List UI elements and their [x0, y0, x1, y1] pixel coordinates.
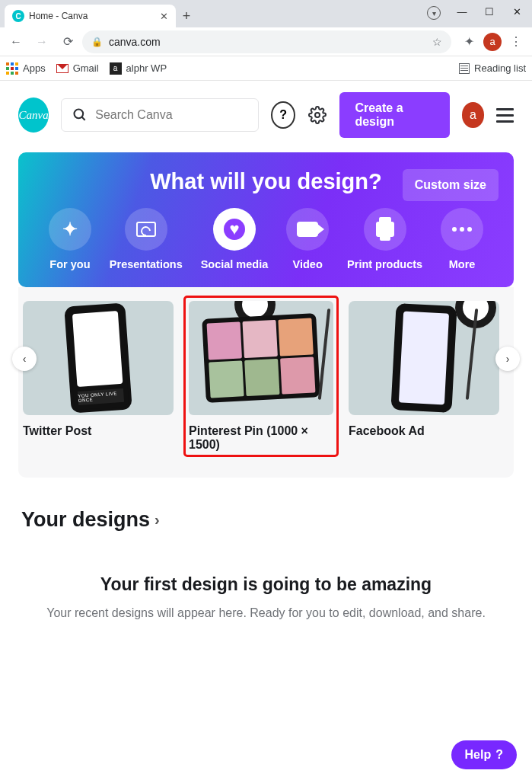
window-controls: — ☐ ✕: [448, 2, 530, 21]
url-text: canva.com: [109, 36, 161, 48]
your-designs-heading[interactable]: Your designs ›: [21, 508, 511, 532]
svg-point-0: [75, 110, 84, 119]
reading-list[interactable]: Reading list: [459, 62, 526, 74]
tab-favicon: [12, 10, 24, 22]
category-row: For you Presentations ♥ Social media Vid…: [18, 200, 514, 287]
template-card-pinterest[interactable]: Pinterest Pin (1000 × 1500): [186, 298, 336, 455]
hero-title: What will you design?: [150, 169, 382, 194]
apps-grid-icon: [6, 62, 18, 75]
profile-guest-icon[interactable]: ▾: [427, 6, 441, 20]
custom-size-button[interactable]: Custom size: [403, 169, 499, 201]
chevron-right-icon: ›: [155, 511, 160, 529]
search-input[interactable]: [95, 108, 247, 122]
template-carousel: ‹ › YOU ONLY LIVE ONCE Twitter Post Pint…: [18, 287, 514, 478]
window-close[interactable]: ✕: [503, 2, 530, 21]
search-icon: [72, 107, 88, 123]
page-content: Canva ? Create a design a What will you …: [0, 81, 532, 622]
category-print[interactable]: Print products: [347, 208, 422, 270]
template-card-facebook[interactable]: Facebook Ad: [349, 301, 499, 438]
window-maximize[interactable]: ☐: [476, 2, 503, 21]
gmail-icon: [56, 64, 68, 73]
template-card-twitter[interactable]: YOU ONLY LIVE ONCE Twitter Post: [23, 301, 174, 438]
reading-list-icon: [459, 63, 470, 74]
browser-tab[interactable]: Home - Canva ✕: [5, 5, 176, 27]
settings-icon[interactable]: [307, 104, 327, 126]
svg-line-1: [82, 117, 85, 120]
category-social-media[interactable]: ♥ Social media: [201, 208, 269, 270]
search-bar[interactable]: [61, 98, 259, 132]
bookmark-alphr[interactable]: a alphr WP: [110, 62, 167, 75]
window-minimize[interactable]: —: [448, 2, 476, 21]
help-icon[interactable]: ?: [271, 101, 295, 129]
forward-button: →: [30, 30, 53, 53]
category-for-you[interactable]: For you: [49, 208, 91, 270]
tab-close-icon[interactable]: ✕: [160, 11, 168, 22]
browser-avatar[interactable]: a: [483, 33, 502, 51]
menu-button[interactable]: [496, 108, 514, 123]
extensions-icon[interactable]: ✦: [457, 30, 480, 53]
browser-menu-icon[interactable]: ⋮: [505, 30, 527, 53]
browser-chrome: Home - Canva ✕ + ▾ — ☐ ✕ ← → ⟳ 🔒 canva.c…: [0, 0, 532, 81]
create-design-button[interactable]: Create a design: [339, 92, 449, 138]
card-thumb: [349, 301, 499, 415]
carousel-prev[interactable]: ‹: [12, 347, 37, 371]
card-thumb: YOU ONLY LIVE ONCE: [23, 301, 174, 415]
carousel-next[interactable]: ›: [495, 347, 520, 371]
alphr-icon: a: [110, 62, 122, 75]
question-icon: ?: [495, 748, 503, 762]
help-button[interactable]: Help ?: [451, 740, 517, 769]
your-designs-section: Your designs ›: [0, 478, 532, 539]
address-bar[interactable]: 🔒 canva.com ☆: [82, 30, 451, 53]
app-header: Canva ? Create a design a: [0, 93, 532, 137]
bookmark-apps[interactable]: Apps: [6, 62, 46, 75]
category-presentations[interactable]: Presentations: [110, 208, 183, 270]
presentation-icon: [136, 222, 156, 237]
category-more[interactable]: More: [441, 208, 483, 270]
bookmarks-bar: Apps Gmail a alphr WP Reading list: [0, 56, 532, 81]
more-dots-icon: [452, 227, 472, 232]
card-label: Twitter Post: [23, 424, 174, 438]
browser-toolbar: ← → ⟳ 🔒 canva.com ☆ ✦ a ⋮: [0, 27, 532, 56]
canva-logo[interactable]: Canva: [18, 98, 49, 133]
bookmark-star-icon[interactable]: ☆: [432, 36, 442, 48]
bookmark-gmail[interactable]: Gmail: [56, 62, 99, 74]
lock-icon: 🔒: [91, 37, 103, 47]
card-label: Facebook Ad: [349, 424, 499, 438]
sparkle-icon: [62, 219, 78, 240]
new-tab-button[interactable]: +: [176, 5, 197, 27]
card-label: Pinterest Pin (1000 × 1500): [189, 424, 333, 452]
hero-banner: What will you design? Custom size For yo…: [18, 152, 514, 287]
category-video[interactable]: Video: [286, 208, 329, 270]
user-avatar[interactable]: a: [462, 102, 485, 128]
card-thumb: [189, 301, 333, 415]
tab-title: Home - Canva: [29, 11, 88, 21]
back-button[interactable]: ←: [5, 30, 27, 53]
reload-button[interactable]: ⟳: [56, 30, 79, 53]
heart-icon: ♥: [224, 219, 245, 240]
print-icon: [376, 222, 394, 237]
empty-subtitle: Your recent designs will appear here. Re…: [30, 604, 502, 622]
empty-state: Your first design is going to be amazing…: [0, 574, 532, 622]
svg-point-2: [315, 113, 320, 117]
empty-title: Your first design is going to be amazing: [30, 574, 502, 595]
video-icon: [297, 222, 318, 237]
tab-strip: Home - Canva ✕ + ▾ — ☐ ✕: [0, 0, 532, 27]
